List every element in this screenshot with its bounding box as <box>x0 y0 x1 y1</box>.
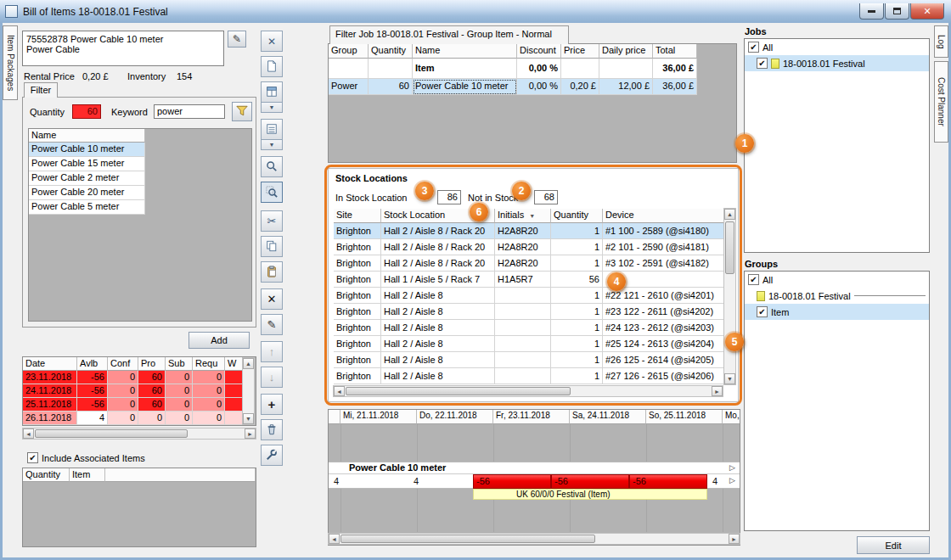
column-header-quantity[interactable]: Quantity <box>551 209 603 223</box>
toolbar-edit-button[interactable]: ✎ <box>261 314 283 335</box>
column-header-device[interactable]: Device <box>603 209 724 223</box>
scroll-arrow-left-icon[interactable]: ◄ <box>23 428 34 439</box>
toolbar-document-button[interactable] <box>261 56 283 77</box>
bill-tab[interactable]: Filter Job 18-0018.01 Festival - Group I… <box>329 25 569 44</box>
scroll-arrow-up-icon[interactable]: ▲ <box>724 209 735 220</box>
keyword-input[interactable]: power <box>154 104 225 119</box>
toolbar-close-button[interactable]: ✕ <box>261 31 283 52</box>
apply-filter-button[interactable] <box>232 102 252 121</box>
column-header-date[interactable]: Date <box>23 357 77 371</box>
scroll-arrow-left-icon[interactable]: ◄ <box>329 534 340 544</box>
timeline-day-header[interactable]: So, 25.11.2018 <box>646 410 723 424</box>
titlebar[interactable]: Bill of Items 18-0018.01 Festival <box>0 0 951 23</box>
column-header-initials[interactable]: Initials▼ <box>495 209 551 223</box>
scrollbar-thumb[interactable] <box>725 221 734 274</box>
quantity-input[interactable]: 60 <box>72 104 101 119</box>
job-item-18-0018-01-festival[interactable]: ✔18-0018.01 Festival <box>745 55 929 71</box>
column-header-name[interactable]: Name <box>413 44 517 59</box>
group-item-item[interactable]: ✔Item <box>745 304 929 320</box>
stock-row[interactable]: BrightonHall 2 / Aisle 81#24 123 - 2612 … <box>334 320 724 336</box>
column-header-conf[interactable]: Conf <box>108 357 138 371</box>
job-item-all[interactable]: ✔All <box>745 39 929 55</box>
toolbar-move-down-button[interactable]: ↓ <box>261 367 283 388</box>
toolbar-trash-button[interactable] <box>261 419 283 440</box>
checkbox[interactable]: ✔ <box>757 58 768 69</box>
edit-item-button[interactable]: ✎ <box>228 31 246 48</box>
stock-row[interactable]: BrightonHall 2 / Aisle 8 / Rack 20H2A8R2… <box>334 255 724 272</box>
toolbar-zoom-selection-button[interactable] <box>261 182 283 203</box>
tab-log[interactable]: Log <box>934 25 948 58</box>
filter-tab[interactable]: Filter <box>24 82 58 98</box>
stock-row[interactable]: BrightonHall 2 / Aisle 81#27 126 - 2615 … <box>334 368 724 384</box>
stock-row[interactable]: BrightonHall 2 / Aisle 81#22 121 - 2610 … <box>334 288 724 304</box>
tab-cost-planner[interactable]: Cost Planner <box>934 61 948 143</box>
scrollbar-thumb[interactable] <box>346 387 571 395</box>
column-header-pro[interactable]: Pro <box>138 357 166 371</box>
group-item-all[interactable]: ✔All <box>745 272 929 288</box>
stock-hscrollbar[interactable]: ◄► <box>333 385 723 397</box>
availability-row[interactable]: 24.11.2018-5606000 <box>23 384 256 398</box>
column-header-requ[interactable]: Requ <box>193 357 225 371</box>
scroll-arrow-up-icon[interactable]: ▲ <box>243 358 254 369</box>
toolbar-view-grid-dropdown[interactable]: ▼ <box>261 103 283 113</box>
stock-row[interactable]: BrightonHall 2 / Aisle 81#26 125 - 2614 … <box>334 352 724 368</box>
include-associated-row[interactable]: ✔ Include Associated Items <box>24 450 145 466</box>
item-list-row[interactable]: Power Cable 10 meter <box>29 143 251 157</box>
toolbar-move-up-button[interactable]: ↑ <box>261 341 283 362</box>
toolbar-add-button[interactable]: + <box>261 394 283 415</box>
column-header-w[interactable]: W <box>225 357 243 371</box>
column-header-site[interactable]: Site <box>334 209 381 223</box>
toolbar-zoom-button[interactable] <box>261 156 283 177</box>
stock-row[interactable]: BrightonHall 1 / Aisle 5 / Rack 7H1A5R75… <box>334 272 724 288</box>
toolbar-delete-button[interactable]: ✕ <box>261 288 283 310</box>
timeline-day-header[interactable]: Mo, 26. <box>723 410 740 424</box>
bill-group-row[interactable]: Item0,00 %36,00 £ <box>329 59 736 79</box>
timeline-day-header[interactable]: Sa, 24.11.2018 <box>570 410 646 424</box>
availability-hscrollbar[interactable]: ◄► <box>22 428 256 440</box>
timeline-day-header[interactable]: Do, 22.11.2018 <box>417 410 493 424</box>
stock-row[interactable]: BrightonHall 2 / Aisle 81#23 122 - 2611 … <box>334 304 724 320</box>
stock-row[interactable]: BrightonHall 2 / Aisle 81#25 124 - 2613 … <box>334 336 724 352</box>
close-button[interactable]: ✕ <box>910 3 944 20</box>
availability-row[interactable]: 26.11.201840000 <box>23 412 256 425</box>
availability-vscrollbar[interactable]: ▲▼ <box>242 357 255 425</box>
availability-row[interactable]: 25.11.2018-5606000 <box>23 398 256 412</box>
item-list-row[interactable]: Power Cable 15 meter <box>29 157 251 171</box>
item-list-row[interactable]: Power Cable 20 meter <box>29 186 251 200</box>
scrollbar-thumb[interactable] <box>35 429 188 438</box>
column-header-discount[interactable]: Discount <box>517 44 561 59</box>
bill-item-row[interactable]: Power60Power Cable 10 meter0,00 %0,20 £1… <box>329 79 736 95</box>
item-list-row[interactable]: Power Cable 2 meter <box>29 171 251 186</box>
scroll-arrow-right-icon[interactable]: ► <box>245 428 256 439</box>
toolbar-tools-button[interactable] <box>261 445 283 466</box>
column-header-total[interactable]: Total <box>653 44 697 59</box>
maximize-button[interactable] <box>885 3 909 20</box>
toolbar-view-list-dropdown[interactable]: ▼ <box>261 140 283 150</box>
toolbar-paste-button[interactable] <box>261 261 283 283</box>
toolbar-view-list-button[interactable] <box>261 119 283 140</box>
column-header-quantity[interactable]: Quantity <box>23 468 70 482</box>
checkbox[interactable]: ✔ <box>748 274 759 285</box>
scrollbar-thumb[interactable] <box>340 535 595 543</box>
toolbar-copy-button[interactable] <box>261 236 283 257</box>
scroll-arrow-right-icon[interactable]: ► <box>729 534 740 544</box>
tab-item-packages[interactable]: Item Packages <box>3 25 18 100</box>
include-associated-checkbox[interactable]: ✔ <box>27 452 38 463</box>
scroll-arrow-left-icon[interactable]: ◄ <box>334 386 345 396</box>
toolbar-view-grid-button[interactable] <box>261 81 283 103</box>
stock-row[interactable]: BrightonHall 2 / Aisle 8 / Rack 20H2A8R2… <box>334 223 724 239</box>
column-header-daily-price[interactable]: Daily price <box>599 44 653 59</box>
checkbox[interactable]: ✔ <box>748 42 759 53</box>
group-item-18-0018-01-festival[interactable]: 18-0018.01 Festival <box>745 288 929 304</box>
selected-item-box[interactable]: 75552878 Power Cable 10 meter Power Cabl… <box>22 31 224 66</box>
edit-button[interactable]: Edit <box>857 536 930 554</box>
column-header-sub[interactable]: Sub <box>166 357 193 371</box>
item-list-row[interactable]: Power Cable 5 meter <box>29 200 251 215</box>
column-header-name[interactable]: Name <box>29 129 145 143</box>
scroll-arrow-down-icon[interactable]: ▼ <box>243 413 254 424</box>
toolbar-cut-button[interactable]: ✂ <box>261 210 283 232</box>
column-header-avlb[interactable]: Avlb <box>77 357 108 371</box>
scroll-arrow-down-icon[interactable]: ▼ <box>724 373 735 384</box>
timeline-day-header[interactable]: Mi, 21.11.2018 <box>340 410 417 424</box>
stock-vscrollbar[interactable]: ▲▼ <box>723 208 736 385</box>
